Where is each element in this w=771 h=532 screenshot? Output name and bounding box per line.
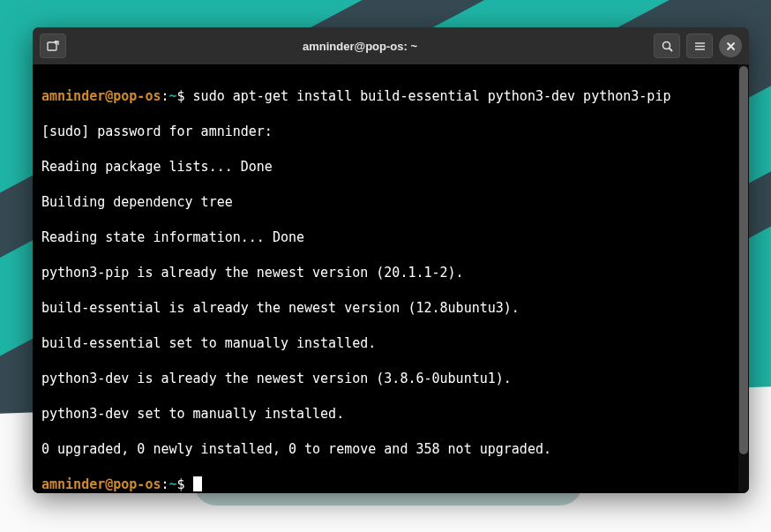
prompt-path: ~ — [169, 476, 177, 492]
terminal-output-line: [sudo] password for amninder: — [41, 123, 740, 140]
scrollbar-thumb[interactable] — [739, 66, 748, 454]
terminal-output-line: Reading state information... Done — [41, 229, 740, 246]
terminal-window: amninder@pop-os: ~ — [33, 27, 749, 493]
prompt-path: ~ — [169, 88, 177, 104]
terminal-output-line: python3-dev is already the newest versio… — [41, 370, 740, 387]
new-tab-icon — [46, 39, 60, 53]
terminal-output-line: Building dependency tree — [41, 193, 740, 211]
prompt-user-host: amninder@pop-os — [41, 88, 161, 104]
terminal-output-line: build-essential is already the newest ve… — [41, 299, 740, 317]
terminal-output-line: python3-pip is already the newest versio… — [41, 264, 740, 281]
hamburger-icon — [693, 40, 707, 53]
prompt-user-host: amninder@pop-os — [41, 476, 161, 492]
command-text: sudo apt-get install build-essential pyt… — [193, 88, 671, 104]
cursor — [193, 476, 202, 491]
prompt-symbol: $ — [177, 476, 193, 492]
close-button[interactable] — [719, 34, 742, 57]
new-tab-button[interactable] — [40, 34, 66, 58]
terminal-output-line: 0 upgraded, 0 newly installed, 0 to remo… — [41, 440, 740, 458]
prompt-separator: : — [161, 476, 168, 492]
search-icon — [661, 40, 674, 53]
svg-point-1 — [662, 41, 670, 49]
titlebar[interactable]: amninder@pop-os: ~ — [33, 27, 749, 64]
window-title: amninder@pop-os: ~ — [66, 40, 654, 53]
menu-button[interactable] — [686, 34, 713, 58]
terminal-line: amninder@pop-os:~$ sudo apt-get install … — [41, 87, 740, 105]
search-button[interactable] — [654, 34, 680, 58]
scrollbar[interactable] — [738, 64, 749, 493]
close-icon — [726, 41, 736, 51]
terminal-output-line: Reading package lists... Done — [41, 158, 740, 176]
prompt-symbol: $ — [177, 88, 193, 104]
terminal-output-line: python3-dev set to manually installed. — [41, 405, 740, 423]
terminal-output-line: build-essential set to manually installe… — [41, 334, 740, 352]
prompt-separator: : — [161, 88, 168, 104]
terminal-content[interactable]: amninder@pop-os:~$ sudo apt-get install … — [33, 64, 749, 493]
svg-line-2 — [669, 48, 672, 51]
terminal-line: amninder@pop-os:~$ — [41, 476, 740, 493]
